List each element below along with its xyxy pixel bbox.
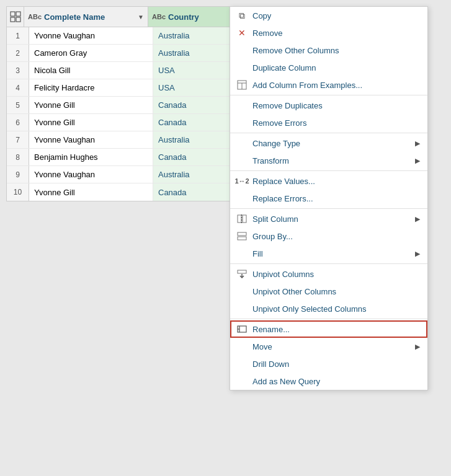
menu-item-replace_errors[interactable]: Replace Errors... [230, 190, 427, 207]
country-cell: Canada [153, 97, 235, 113]
menu-item-unpivot_other_columns[interactable]: Unpivot Other Columns [230, 283, 427, 300]
country-cell: Canada [153, 183, 235, 201]
copy-icon: ⧉ [235, 11, 249, 21]
name-cell: Nicola Gill [29, 62, 153, 79]
table-row[interactable]: 9 Yvonne Vaughan Australia [7, 166, 235, 183]
menu-item-transform[interactable]: Transform ▶ [230, 152, 427, 169]
country-cell: Australia [153, 166, 235, 183]
menu-divider [230, 263, 427, 264]
menu-item-split_column[interactable]: Split Column ▶ [230, 210, 427, 227]
row-number: 6 [7, 114, 29, 131]
table-row[interactable]: 2 Cameron Gray Australia [7, 45, 235, 62]
table-row[interactable]: 8 Benjamin Hughes Canada [7, 149, 235, 166]
submenu-arrow: ▶ [415, 139, 420, 148]
table-row[interactable]: 5 Yvonne Gill Canada [7, 97, 235, 114]
menu-item-rename[interactable]: Rename... [230, 320, 427, 338]
menu-item-unpivot_columns[interactable]: Unpivot Columns [230, 265, 427, 283]
menu-label-unpivot_other_columns: Unpivot Other Columns [252, 287, 336, 296]
country-cell: USA [153, 79, 235, 96]
menu-label-fill: Fill [252, 249, 263, 258]
svg-rect-7 [238, 215, 241, 223]
filter-arrow-icon[interactable]: ▼ [138, 14, 144, 20]
table-row[interactable]: 4 Felicity Hardacre USA [7, 79, 235, 97]
row-number: 9 [7, 166, 29, 183]
column-header-country[interactable]: ABc Country [148, 7, 235, 27]
svg-rect-12 [238, 270, 246, 273]
row-number: 3 [7, 62, 29, 79]
name-cell: Cameron Gray [29, 45, 153, 61]
row-number: 8 [7, 149, 29, 165]
svg-rect-1 [16, 12, 20, 16]
menu-label-add_column_examples: Add Column From Examples... [252, 81, 362, 90]
country-cell: Australia [153, 27, 235, 44]
name-cell: Benjamin Hughes [29, 149, 153, 165]
submenu-arrow: ▶ [415, 250, 420, 258]
menu-item-duplicate_column[interactable]: Duplicate Column [230, 59, 427, 76]
col-name-label: Complete Name [44, 12, 105, 22]
row-number: 1 [7, 27, 29, 44]
abc-type-icon-name: ABc [28, 13, 42, 20]
menu-label-move: Move [252, 342, 272, 351]
menu-item-remove_duplicates[interactable]: Remove Duplicates [230, 97, 427, 114]
data-table: ABc Complete Name ▼ ABc Country 1 Yvonne… [6, 6, 236, 201]
menu-label-unpivot_columns: Unpivot Columns [252, 270, 314, 279]
menu-label-remove: Remove [252, 29, 282, 38]
menu-item-change_type[interactable]: Change Type ▶ [230, 134, 427, 152]
submenu-arrow: ▶ [415, 157, 420, 165]
name-cell: Felicity Hardacre [29, 79, 153, 96]
menu-item-remove_other_columns[interactable]: Remove Other Columns [230, 42, 427, 59]
submenu-arrow: ▶ [415, 215, 420, 223]
column-header-complete-name[interactable]: ABc Complete Name ▼ [24, 7, 148, 27]
menu-label-unpivot_only_selected: Unpivot Only Selected Columns [252, 304, 367, 314]
menu-label-remove_errors: Remove Errors [252, 118, 306, 128]
menu-label-remove_other_columns: Remove Other Columns [252, 46, 339, 55]
menu-item-move[interactable]: Move ▶ [230, 338, 427, 355]
rename-icon [235, 325, 249, 333]
menu-item-replace_values[interactable]: 1↔2 Replace Values... [230, 172, 427, 190]
menu-item-add_as_new_query[interactable]: Add as New Query [230, 372, 427, 390]
replace-icon: 1↔2 [235, 177, 249, 185]
table-row[interactable]: 1 Yvonne Vaughan Australia [7, 27, 235, 45]
country-cell: Australia [153, 131, 235, 148]
menu-label-duplicate_column: Duplicate Column [252, 63, 316, 73]
submenu-arrow: ▶ [415, 343, 420, 351]
table-row[interactable]: 6 Yvonne Gill Canada [7, 114, 235, 131]
menu-item-fill[interactable]: Fill ▶ [230, 245, 427, 262]
menu-item-drill_down[interactable]: Drill Down [230, 355, 427, 372]
menu-item-remove[interactable]: ✕ Remove [230, 24, 427, 42]
name-cell: Yvonne Vaughan [29, 27, 153, 44]
remove-icon: ✕ [235, 28, 249, 38]
table-row[interactable]: 10 Yvonne Gill Canada [7, 183, 235, 201]
menu-divider [230, 133, 427, 133]
row-number: 7 [7, 131, 29, 148]
menu-label-group_by: Group By... [252, 232, 293, 241]
menu-item-group_by[interactable]: Group By... [230, 227, 427, 245]
menu-label-remove_duplicates: Remove Duplicates [252, 101, 323, 110]
table-header: ABc Complete Name ▼ ABc Country [7, 7, 235, 27]
menu-divider [230, 95, 427, 95]
row-number: 10 [7, 183, 29, 201]
row-number: 4 [7, 79, 29, 96]
table-row[interactable]: 7 Yvonne Vaughan Australia [7, 131, 235, 149]
menu-item-unpivot_only_selected[interactable]: Unpivot Only Selected Columns [230, 300, 427, 317]
menu-item-remove_errors[interactable]: Remove Errors [230, 114, 427, 131]
row-number: 2 [7, 45, 29, 61]
table-row[interactable]: 3 Nicola Gill USA [7, 62, 235, 79]
context-menu: ⧉ Copy ✕ Remove Remove Other Columns Dup… [230, 6, 428, 390]
col-country-label: Country [168, 12, 199, 22]
country-cell: Canada [153, 149, 235, 165]
menu-item-add_column_examples[interactable]: Add Column From Examples... [230, 76, 427, 94]
name-cell: Yvonne Gill [29, 114, 153, 131]
menu-label-replace_values: Replace Values... [252, 177, 315, 186]
svg-rect-2 [11, 17, 15, 22]
abc-type-icon-country: ABc [152, 13, 166, 20]
svg-rect-11 [238, 237, 246, 240]
menu-label-replace_errors: Replace Errors... [252, 194, 313, 203]
menu-label-rename: Rename... [252, 325, 290, 334]
menu-item-copy[interactable]: ⧉ Copy [230, 7, 427, 24]
name-cell: Yvonne Gill [29, 183, 153, 201]
svg-rect-3 [16, 17, 20, 22]
svg-rect-10 [238, 232, 246, 236]
svg-rect-0 [11, 12, 15, 16]
split-icon [235, 214, 249, 223]
